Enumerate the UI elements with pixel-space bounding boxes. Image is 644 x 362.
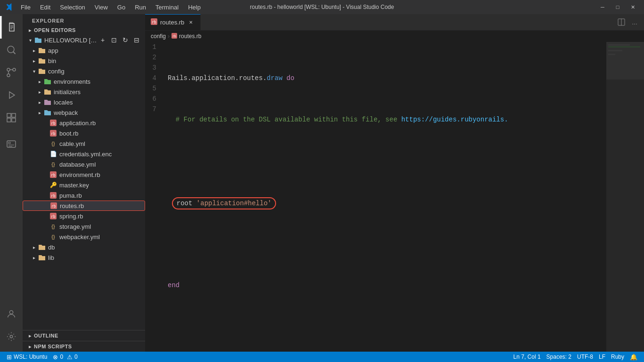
menu-file[interactable]: File (17, 3, 34, 12)
menu-go[interactable]: Go (114, 3, 129, 12)
environments-chevron (36, 78, 43, 85)
app-folder[interactable]: app (23, 45, 145, 56)
breadcrumb-config[interactable]: config (151, 33, 166, 40)
svg-rect-6 (7, 118, 11, 122)
bin-folder-icon (38, 56, 46, 65)
root-folder-item[interactable]: HELLOWORLD [WSL... + ⊡ ↻ ⊟ (23, 35, 145, 45)
webpacker-yml-icon: {} (49, 233, 57, 241)
npm-scripts-section[interactable]: NPM Scripts (23, 341, 145, 352)
highlighted-oval: root 'application#hello' (172, 197, 277, 209)
menu-selection[interactable]: Selection (56, 3, 89, 12)
menu-terminal[interactable]: Terminal (152, 3, 182, 12)
no-chevron9 (42, 202, 49, 209)
menu-run[interactable]: Run (131, 3, 150, 12)
activity-bar-bottom (0, 303, 23, 352)
menu-bar: File Edit Selection View Go Run Terminal… (17, 3, 204, 12)
environment-rb-file[interactable]: rb environment.rb (23, 169, 145, 180)
new-folder-button[interactable]: ⊡ (109, 35, 119, 45)
notifications-status-item[interactable]: 🔔 (627, 354, 640, 361)
language-status-item[interactable]: Ruby (608, 354, 627, 360)
explorer-activity-icon[interactable] (0, 16, 23, 39)
svg-point-2 (13, 68, 16, 71)
line-ending-status-item[interactable]: LF (596, 354, 608, 360)
remote-status-item[interactable]: ⊞ WSL: Ubuntu (4, 354, 50, 361)
initializers-folder[interactable]: initializers (23, 87, 145, 97)
run-activity-icon[interactable] (0, 84, 23, 106)
boot-rb-icon: rb (49, 129, 57, 137)
svg-text:rb: rb (51, 173, 56, 177)
bin-folder[interactable]: bin (23, 56, 145, 66)
application-rb-label: application.rb (59, 120, 145, 127)
sidebar-actions: + ⊡ ↻ ⊟ (98, 35, 145, 45)
environments-label: environments (54, 78, 145, 85)
db-label: db (48, 244, 145, 251)
menu-edit[interactable]: Edit (36, 3, 54, 12)
spring-rb-file[interactable]: rb spring.rb (23, 211, 145, 221)
collapse-button[interactable]: ⊟ (132, 35, 141, 45)
application-rb-file[interactable]: rb application.rb (23, 118, 145, 128)
svg-point-1 (7, 68, 10, 71)
line-num-6: 6 (149, 94, 156, 104)
extensions-activity-icon[interactable] (0, 106, 23, 129)
close-button[interactable]: ✕ (626, 2, 639, 12)
code-minimap-wrapper: 1 2 3 4 5 6 7 Rails.application.routes.d… (145, 42, 644, 352)
credentials-label: credentials.yml.enc (59, 151, 145, 158)
minimize-button[interactable]: ─ (596, 2, 609, 12)
spring-rb-icon: rb (49, 212, 57, 220)
encoding-status-item[interactable]: UTF-8 (574, 354, 596, 360)
more-actions-button[interactable]: ... (629, 16, 640, 28)
webpack-folder-icon (43, 108, 52, 117)
boot-rb-file[interactable]: rb boot.rb (23, 128, 145, 138)
remote-icon: ⊞ (7, 354, 12, 361)
locales-folder[interactable]: locales (23, 97, 145, 107)
application-rb-icon: rb (49, 119, 57, 127)
webpacker-yml-file[interactable]: {} webpacker.yml (23, 232, 145, 242)
title-bar-left: File Edit Selection View Go Run Terminal… (5, 3, 204, 12)
no-chevron2 (41, 129, 49, 137)
status-left: ⊞ WSL: Ubuntu ⊗ 0 ⚠ 0 (4, 354, 81, 361)
environments-folder[interactable]: environments (23, 76, 145, 87)
tab-close-button[interactable]: ✕ (187, 19, 195, 26)
credentials-file[interactable]: 📄 credentials.yml.enc (23, 149, 145, 159)
webpack-folder[interactable]: webpack (23, 107, 145, 118)
tabs-right: ... (616, 14, 644, 30)
open-editors-section: Open Editors (23, 25, 145, 35)
config-folder-icon (38, 67, 46, 75)
open-editors-header[interactable]: Open Editors (23, 25, 145, 35)
menu-help[interactable]: Help (184, 3, 204, 12)
db-folder[interactable]: db (23, 242, 145, 252)
config-folder[interactable]: config (23, 66, 145, 76)
settings-activity-icon[interactable] (0, 325, 23, 348)
breadcrumb-filename[interactable]: routes.rb (179, 33, 201, 40)
errors-status-item[interactable]: ⊗ 0 ⚠ 0 (50, 354, 80, 361)
initializers-label: initializers (54, 88, 145, 96)
routes-rb-file[interactable]: rb routes.rb (23, 201, 145, 211)
database-yml-file[interactable]: {} database.yml (23, 159, 145, 169)
outline-chevron (26, 332, 34, 339)
cable-yml-file[interactable]: {} cable.yml (23, 138, 145, 149)
npm-scripts-label: NPM Scripts (34, 344, 72, 349)
spaces-status-item[interactable]: Spaces: 2 (544, 354, 574, 360)
storage-yml-file[interactable]: {} storage.yml (23, 221, 145, 232)
maximize-button[interactable]: □ (611, 2, 624, 12)
position-status-item[interactable]: Ln 7, Col 1 (511, 354, 544, 360)
accounts-activity-icon[interactable] (0, 303, 23, 325)
menu-view[interactable]: View (91, 3, 112, 12)
outline-section[interactable]: Outline (23, 330, 145, 341)
remote-explorer-activity-icon[interactable] (0, 133, 23, 155)
error-icon: ⊗ (53, 354, 58, 361)
master-key-file[interactable]: 🔑 master.key (23, 180, 145, 190)
code-editor[interactable]: 1 2 3 4 5 6 7 Rails.application.routes.d… (145, 42, 606, 352)
new-file-button[interactable]: + (98, 35, 107, 45)
refresh-button[interactable]: ↻ (121, 35, 130, 45)
source-control-activity-icon[interactable] (0, 61, 23, 84)
puma-rb-file[interactable]: rb puma.rb (23, 190, 145, 201)
cable-yml-label: cable.yml (59, 140, 145, 147)
lib-folder[interactable]: lib (23, 252, 145, 263)
svg-rect-7 (12, 118, 16, 122)
code-line-1: Rails.application.routes.draw do (168, 73, 606, 83)
remote-label: WSL: Ubuntu (14, 354, 47, 360)
search-activity-icon[interactable] (0, 39, 23, 61)
routes-rb-tab[interactable]: rb routes.rb ✕ (145, 14, 201, 30)
split-editor-button[interactable] (616, 16, 627, 28)
